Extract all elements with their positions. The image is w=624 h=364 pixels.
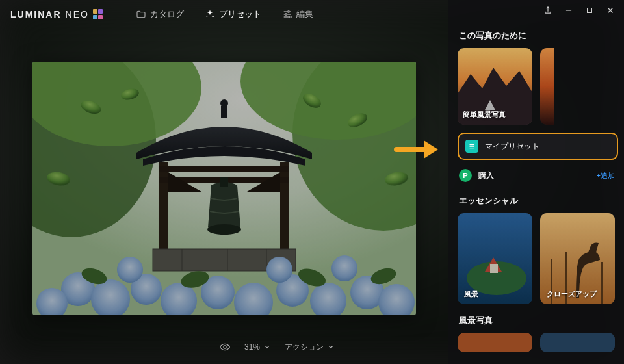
essential-card-label: 風景	[464, 289, 478, 299]
visibility-toggle[interactable]	[220, 342, 230, 352]
sparkle-icon	[205, 9, 215, 20]
tab-presets[interactable]: プリセット	[197, 5, 269, 24]
bottom-bar: 31% アクション	[0, 334, 448, 360]
section-essentials: エッセンシャル	[459, 195, 616, 207]
purchase-row[interactable]: P 購入 +追加	[458, 164, 616, 186]
canvas-area	[0, 29, 448, 364]
tab-catalog[interactable]: カタログ	[128, 5, 192, 24]
chevron-down-icon	[328, 344, 334, 350]
action-menu[interactable]: アクション	[285, 342, 334, 353]
chevron-down-icon	[264, 344, 270, 350]
tab-edit[interactable]: 編集	[274, 5, 321, 24]
preset-card-partial[interactable]	[540, 333, 615, 352]
svg-rect-45	[32, 62, 416, 315]
preset-card-label: 簡単風景写真	[463, 110, 506, 120]
preset-card-film[interactable]: フィルム風	[540, 48, 554, 125]
preset-card-label: フィルム風	[540, 110, 552, 120]
svg-point-2	[289, 16, 291, 18]
tab-presets-label: プリセット	[219, 8, 261, 20]
essential-card-label: クローズアップ	[547, 289, 597, 299]
sliders-icon	[282, 9, 292, 20]
essential-card-landscape[interactable]: 風景	[458, 213, 532, 304]
purchase-icon: P	[459, 169, 472, 182]
preset-card-partial[interactable]	[458, 333, 532, 352]
svg-rect-65	[458, 333, 532, 352]
puzzle-icon	[93, 9, 103, 20]
zoom-level[interactable]: 31%	[244, 343, 270, 352]
my-presets-button[interactable]: マイプリセット	[458, 133, 618, 160]
purchase-label: 購入	[478, 170, 590, 181]
svg-rect-48	[588, 8, 592, 13]
tab-catalog-label: カタログ	[150, 8, 184, 20]
add-link[interactable]: +追加	[597, 171, 615, 181]
svg-point-46	[224, 346, 226, 348]
photo-preview[interactable]	[32, 62, 416, 315]
section-for-this-photo: この写真のために	[459, 30, 616, 42]
zoom-value: 31%	[244, 343, 260, 352]
app-logo: LUMINAR NEO	[10, 9, 103, 20]
presets-badge-icon	[465, 140, 478, 153]
maximize-button[interactable]	[585, 6, 594, 15]
svg-point-1	[285, 14, 287, 16]
window-controls	[448, 0, 624, 21]
minimize-button[interactable]	[564, 6, 573, 15]
action-label: アクション	[285, 342, 324, 353]
presets-panel: この写真のために 簡単風景写真	[448, 0, 624, 364]
svg-rect-67	[540, 333, 615, 352]
share-icon[interactable]	[543, 6, 552, 15]
folder-icon	[136, 9, 146, 20]
preset-card-easy-landscape[interactable]: 簡単風景写真	[458, 48, 532, 125]
tab-edit-label: 編集	[296, 8, 313, 20]
essential-card-closeup[interactable]: クローズアップ	[540, 213, 615, 304]
close-button[interactable]	[606, 6, 615, 15]
logo-text-b: NEO	[66, 9, 89, 20]
section-landscape-photo: 風景写真	[459, 315, 616, 326]
my-presets-label: マイプリセット	[485, 141, 540, 152]
top-bar: LUMINAR NEO カタログ プリセッ	[0, 0, 448, 29]
eye-icon	[220, 342, 230, 352]
svg-point-0	[287, 11, 289, 13]
logo-text-a: LUMINAR	[10, 9, 62, 20]
